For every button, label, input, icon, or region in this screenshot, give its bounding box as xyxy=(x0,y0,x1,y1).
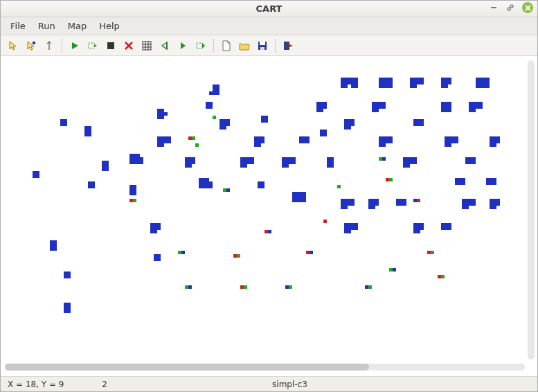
scrollbar-vertical[interactable] xyxy=(528,60,535,359)
window-controls xyxy=(489,2,533,13)
close-icon[interactable] xyxy=(522,2,533,13)
exit-icon[interactable] xyxy=(280,38,296,53)
cell xyxy=(344,206,348,209)
cell xyxy=(448,143,451,147)
cell xyxy=(413,161,417,164)
cell xyxy=(496,202,500,206)
cursor-select-icon[interactable] xyxy=(5,38,21,53)
cell xyxy=(188,164,192,168)
menu-file[interactable]: File xyxy=(5,19,31,33)
x-icon[interactable] xyxy=(120,38,137,53)
cell xyxy=(448,109,451,112)
svg-rect-12 xyxy=(107,42,114,49)
arrow-left-icon[interactable] xyxy=(156,38,173,53)
cell xyxy=(88,133,91,136)
canvas[interactable] xyxy=(5,60,525,359)
cell xyxy=(420,123,424,126)
cell xyxy=(406,164,410,168)
cell xyxy=(164,112,168,116)
separator xyxy=(62,39,62,53)
menu-help[interactable]: Help xyxy=(93,19,125,33)
svg-rect-27 xyxy=(260,47,264,50)
cell xyxy=(237,254,240,258)
cell xyxy=(393,268,396,271)
play-icon[interactable] xyxy=(66,38,83,53)
title-bar: CART xyxy=(1,1,537,17)
cell xyxy=(244,285,247,289)
cell xyxy=(192,136,195,140)
cell xyxy=(168,140,171,143)
jump-icon[interactable] xyxy=(192,38,209,53)
menu-bar: File Run Map Help xyxy=(1,17,537,35)
cell xyxy=(161,143,164,147)
cell xyxy=(289,285,292,289)
menu-map[interactable]: Map xyxy=(62,19,92,33)
cell xyxy=(479,105,483,109)
file-new-icon[interactable] xyxy=(218,38,235,53)
cell xyxy=(188,285,192,289)
minimize-icon[interactable] xyxy=(489,3,499,12)
status-filename: simpl-c3 xyxy=(125,380,454,389)
cell xyxy=(382,105,386,109)
cell xyxy=(348,126,351,130)
svg-point-2 xyxy=(510,5,513,8)
cell xyxy=(493,206,496,209)
cell xyxy=(417,230,420,233)
cell xyxy=(486,84,490,88)
file-open-icon[interactable] xyxy=(236,38,253,53)
grid-icon[interactable] xyxy=(138,38,155,53)
cell xyxy=(157,226,161,230)
cell xyxy=(382,157,386,161)
cell xyxy=(264,119,268,123)
cell xyxy=(133,192,136,195)
svg-rect-26 xyxy=(260,42,265,45)
cell xyxy=(213,116,216,119)
cell xyxy=(389,140,393,143)
cell xyxy=(375,109,379,112)
arrow-right-icon[interactable] xyxy=(174,38,191,53)
separator xyxy=(213,39,214,53)
scrollbar-horizontal[interactable] xyxy=(5,364,525,371)
maximize-icon[interactable] xyxy=(505,3,515,12)
status-coords: X = 18, Y = 9 xyxy=(1,380,84,389)
step-icon[interactable] xyxy=(84,38,101,53)
svg-marker-22 xyxy=(181,42,186,49)
cell xyxy=(472,202,476,206)
cell xyxy=(472,109,476,112)
cell xyxy=(496,140,500,143)
toolbar xyxy=(1,35,537,56)
cell xyxy=(413,84,417,88)
svg-rect-23 xyxy=(197,43,202,48)
cell xyxy=(420,81,424,84)
cursor-draw-icon[interactable] xyxy=(23,38,39,53)
cell xyxy=(330,164,334,168)
cell xyxy=(268,230,271,233)
stop-icon[interactable] xyxy=(102,38,119,53)
svg-rect-5 xyxy=(33,42,35,44)
cell xyxy=(285,164,289,168)
cursor-point-icon[interactable] xyxy=(41,38,57,53)
menu-run[interactable]: Run xyxy=(33,19,61,33)
cell xyxy=(368,285,372,289)
svg-rect-15 xyxy=(143,42,151,50)
cell xyxy=(133,199,136,202)
cell xyxy=(67,275,71,278)
cell xyxy=(441,275,445,278)
cell xyxy=(53,247,57,251)
cell xyxy=(420,226,424,230)
cell xyxy=(292,161,296,164)
cell xyxy=(154,230,157,233)
cell xyxy=(417,199,420,202)
window-title: CART xyxy=(1,3,537,14)
svg-point-1 xyxy=(508,8,510,10)
cell xyxy=(337,185,341,188)
cell xyxy=(310,251,313,254)
cell xyxy=(251,161,254,164)
svg-marker-24 xyxy=(202,43,205,48)
cell xyxy=(209,185,213,188)
svg-marker-9 xyxy=(72,42,78,49)
save-icon[interactable] xyxy=(254,38,271,53)
cell xyxy=(320,109,323,112)
cell xyxy=(465,206,469,209)
cell xyxy=(209,91,213,95)
